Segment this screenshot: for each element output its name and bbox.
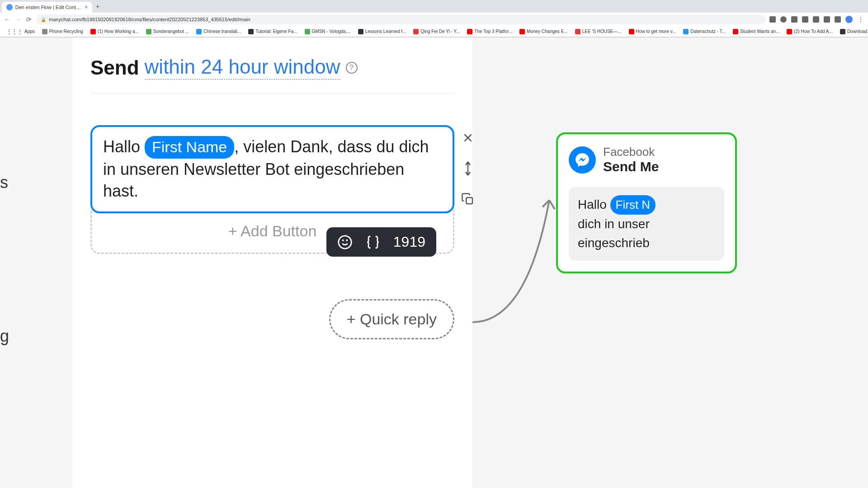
close-icon[interactable]: × [85, 4, 88, 10]
bookmark-favicon [413, 29, 419, 34]
bookmark-label: (1) How Working a... [98, 29, 139, 34]
bookmark-label: The Top 3 Platfor... [474, 29, 512, 34]
bookmark-item[interactable]: (2) How To Add A... [784, 28, 835, 35]
message-box-wrapper: Hallo First Name, vielen Dank, dass du d… [90, 125, 454, 254]
help-icon[interactable]: ? [346, 62, 358, 74]
tab-bar: Den ersten Flow | Edit Content × + [0, 0, 868, 13]
bookmarks-bar: ⋮⋮⋮ AppsPhone Recycling(1) How Working a… [0, 26, 868, 37]
delete-block-button[interactable] [460, 130, 476, 146]
duplicate-block-button[interactable] [460, 191, 476, 207]
extension-icon-5[interactable] [835, 16, 841, 23]
bookmark-label: How to get more v... [636, 29, 676, 34]
address-bar-row: ← → ⟳ 🔒 manychat.com/fb198150208192061​8… [0, 13, 868, 26]
bookmark-item[interactable]: LEE 'S HOUSE—... [572, 28, 624, 35]
extension-icon-2[interactable] [791, 16, 797, 23]
messenger-icon [569, 146, 596, 174]
bookmark-item[interactable]: Sonderangebot ... [143, 28, 192, 35]
bookmark-favicon [358, 29, 363, 34]
bookmark-favicon [575, 29, 580, 34]
bookmark-label: Sonderangebot ... [153, 29, 189, 34]
bookmark-favicon [840, 29, 845, 34]
viewport: s g Send within 24 hour window ? Hallo F… [0, 38, 868, 488]
side-controls [460, 130, 476, 207]
bookmark-label: Phone Recycling [49, 29, 83, 34]
preview-header: Facebook Send Me [569, 145, 724, 174]
forward-button[interactable]: → [14, 16, 22, 23]
message-text-input[interactable]: Hallo First Name, vielen Dank, dass du d… [90, 125, 454, 213]
bookmark-favicon [519, 29, 525, 34]
bookmark-favicon [683, 29, 689, 34]
variable-chip-firstname[interactable]: First Name [145, 136, 234, 159]
panel-header: Send within 24 hour window ? [72, 56, 472, 93]
bookmark-item[interactable]: The Top 3 Platfor... [464, 28, 515, 35]
bookmark-label: GMSN - Vologda,... [312, 29, 351, 34]
move-block-button[interactable] [460, 160, 476, 177]
svg-point-2 [346, 240, 347, 240]
reload-button[interactable]: ⟳ [25, 16, 33, 23]
bookmark-item[interactable]: GMSN - Vologda,... [302, 28, 354, 35]
preview-line3: eingeschrieb [578, 236, 650, 250]
arrow-connector [472, 191, 563, 327]
bookmark-item[interactable]: Chinese translati... [193, 28, 244, 35]
new-tab-button[interactable]: + [92, 3, 103, 10]
window-selector[interactable]: within 24 hour window [145, 56, 340, 80]
bookmark-item[interactable]: Tutorial: Eigene Fa... [245, 28, 300, 35]
puzzle-icon[interactable] [824, 16, 830, 23]
bookmark-item[interactable]: Phone Recycling [39, 28, 86, 35]
bookmark-label: (2) How To Add A... [794, 29, 832, 34]
bookmark-label: Tutorial: Eigene Fa... [255, 29, 297, 34]
emoji-icon[interactable] [337, 235, 353, 250]
chrome-right-icons: ⋮ [769, 16, 864, 23]
bookmark-item[interactable]: Money Changes E... [517, 28, 571, 35]
quick-reply-label: + Quick reply [347, 310, 437, 328]
bookmark-label: LEE 'S HOUSE—... [582, 29, 622, 34]
tab-favicon [6, 4, 13, 10]
translate-icon[interactable] [769, 16, 776, 23]
editor-panel: Send within 24 hour window ? Hallo First… [72, 38, 472, 488]
bookmark-favicon [146, 29, 151, 34]
bookmark-label: Student Wants an... [740, 29, 779, 34]
left-panel-peek: s [0, 173, 8, 192]
preview-platform-label: Facebook [603, 145, 659, 159]
bookmark-favicon [629, 29, 634, 34]
svg-point-0 [339, 235, 351, 248]
bookmark-favicon [733, 29, 738, 34]
preview-action-label: Send Me [603, 159, 659, 174]
address-bar[interactable]: 🔒 manychat.com/fb198150208192061​8/cms/f… [36, 14, 766, 24]
bookmark-favicon [467, 29, 472, 34]
bookmark-item[interactable]: (1) How Working a... [88, 28, 142, 35]
message-text-prefix: Hallo [103, 137, 145, 156]
back-button[interactable]: ← [4, 16, 11, 23]
preview-header-text: Facebook Send Me [603, 145, 659, 174]
quick-reply-button[interactable]: + Quick reply [329, 299, 454, 339]
bookmark-item[interactable]: Student Wants an... [730, 28, 782, 35]
extension-icon-4[interactable] [813, 16, 819, 23]
avatar-icon[interactable] [845, 16, 853, 23]
extension-icon-3[interactable] [802, 16, 808, 23]
bookmark-label: Money Changes E... [527, 29, 568, 34]
bookmark-item[interactable]: Qing Fei De Yi - Y... [410, 28, 462, 35]
bookmark-item[interactable]: Download - Cooki... [837, 28, 868, 35]
bookmark-favicon [248, 29, 254, 34]
svg-point-1 [343, 240, 343, 240]
preview-node[interactable]: Facebook Send Me Hallo First N dich in u… [556, 132, 737, 273]
editor-toolbar: 1919 [326, 227, 436, 257]
bookmark-item[interactable]: Datenschutz - T... [680, 28, 728, 35]
bookmark-favicon [196, 29, 202, 34]
message-block-container: Hallo First Name, vielen Dank, dass du d… [72, 125, 472, 254]
url-text: manychat.com/fb198150208192061​8/cms/fil… [49, 17, 250, 22]
bookmark-item[interactable]: How to get more v... [626, 28, 679, 35]
bookmark-label: Qing Fei De Yi - Y... [420, 29, 460, 34]
bookmark-item[interactable]: Lessons Learned f... [355, 28, 409, 35]
preview-line2: dich in unser [578, 217, 650, 231]
browser-chrome: Den ersten Flow | Edit Content × + ← → ⟳… [0, 0, 868, 38]
divider [90, 93, 454, 94]
bookmark-label: Datenschutz - T... [690, 29, 726, 34]
variable-icon[interactable] [365, 235, 381, 250]
apps-button[interactable]: ⋮⋮⋮ Apps [4, 28, 38, 36]
menu-icon[interactable]: ⋮ [857, 16, 864, 23]
quick-reply-container: + Quick reply [72, 299, 472, 339]
browser-tab[interactable]: Den ersten Flow | Edit Content × [2, 2, 92, 13]
bookmark-favicon [42, 29, 47, 34]
extension-icon-1[interactable] [780, 16, 787, 23]
